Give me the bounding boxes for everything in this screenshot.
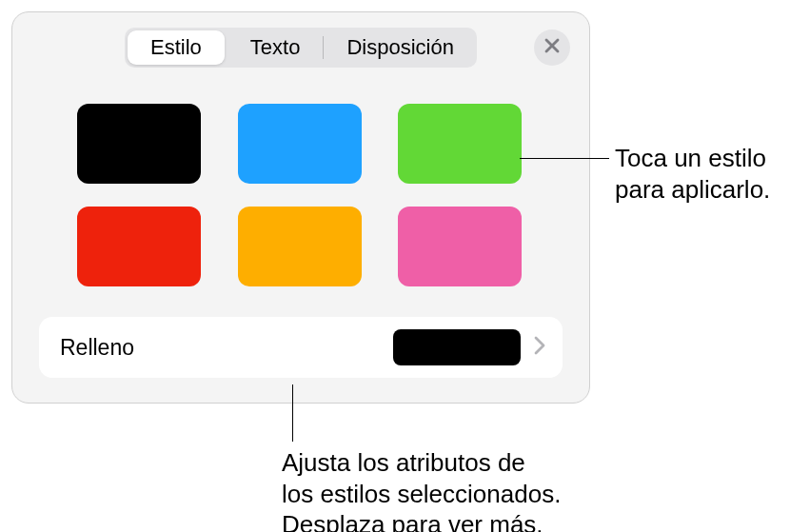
close-button[interactable] <box>534 30 570 66</box>
callout-bottom-text-1: Ajusta los atributos de <box>282 447 561 479</box>
style-swatch-green[interactable] <box>398 104 522 184</box>
panel-header: Estilo Texto Disposición <box>12 12 589 75</box>
tab-text-label: Texto <box>250 35 301 60</box>
callout-bottom-text-3: Desplaza para ver más. <box>282 509 561 532</box>
tab-layout[interactable]: Disposición <box>324 28 477 68</box>
style-swatch-orange[interactable] <box>238 207 362 286</box>
tab-style[interactable]: Estilo <box>128 30 225 65</box>
tab-bar: Estilo Texto Disposición <box>125 28 477 68</box>
style-swatch-blue[interactable] <box>238 104 362 184</box>
callout-leader-line-bottom <box>292 384 293 442</box>
chevron-right-icon <box>534 336 545 359</box>
tab-text[interactable]: Texto <box>227 28 324 68</box>
callout-leader-line-top <box>520 158 609 159</box>
format-panel: Estilo Texto Disposición <box>11 11 590 404</box>
callout-top-text-1: Toca un estilo <box>615 143 770 174</box>
tab-layout-label: Disposición <box>346 35 454 60</box>
fill-label: Relleno <box>60 335 393 361</box>
callout-bottom: Ajusta los atributos de los estilos sele… <box>282 447 561 532</box>
style-swatch-black[interactable] <box>77 104 201 184</box>
tab-style-label: Estilo <box>150 35 202 60</box>
fill-color-preview <box>393 329 521 365</box>
style-swatch-pink[interactable] <box>398 207 522 286</box>
callout-bottom-text-2: los estilos seleccionados. <box>282 479 561 510</box>
callout-top-text-2: para aplicarlo. <box>615 174 770 206</box>
fill-row[interactable]: Relleno <box>39 317 563 378</box>
close-icon <box>543 37 561 58</box>
style-swatch-grid <box>12 75 589 311</box>
callout-top: Toca un estilo para aplicarlo. <box>615 143 770 205</box>
style-swatch-red[interactable] <box>77 207 201 286</box>
